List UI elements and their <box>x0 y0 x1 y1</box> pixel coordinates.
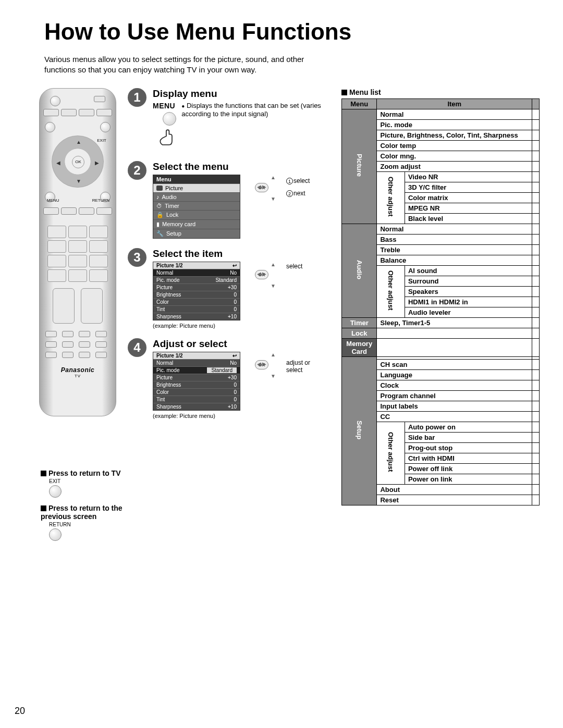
osd-item: Memory card <box>162 221 195 227</box>
wrench-icon: 🔧 <box>156 230 164 237</box>
step-2: 2 Select the menu Menu Picture ♪Audio ⏱T… <box>128 161 331 239</box>
exit-button-icon <box>49 485 62 498</box>
right-arrow-icon: ▶ <box>95 160 99 166</box>
nav-label: select <box>293 177 310 184</box>
menu-list-table: Menu Item Picture Normal Pic. mode Pictu… <box>341 98 540 505</box>
list-item: Pic. mode <box>377 119 532 130</box>
step-number: 3 <box>128 248 146 267</box>
step-desc: Displays the functions that can be set (… <box>181 102 321 118</box>
menu-label: MENU <box>47 198 59 203</box>
osd-key: Picture <box>156 285 173 290</box>
sub-other-adjust: Other adjust <box>387 432 395 472</box>
list-item: Color mng. <box>377 151 532 161</box>
list-item: Video NR <box>405 171 532 182</box>
step-3: 3 Select the item Picture 1/2↩ NormalNo … <box>128 248 331 329</box>
list-item: Black level <box>405 213 532 224</box>
tv-icon <box>156 186 163 191</box>
num-button <box>68 226 87 238</box>
list-item: Surround <box>405 276 532 286</box>
step-4: 4 Adjust or select Picture 1/2↩ NormalNo… <box>128 338 331 419</box>
osd-val: 0 <box>234 292 237 298</box>
menu-button-icon <box>163 112 176 126</box>
lock-icon: 🔒 <box>156 212 164 218</box>
power-button <box>50 96 60 106</box>
remote-button <box>96 207 112 215</box>
return-to-prev: Press to return to the previous screen <box>41 504 123 521</box>
list-item: Bass <box>377 234 532 244</box>
remote-button <box>96 109 112 116</box>
osd-val: Standard <box>215 277 237 283</box>
list-item: CH scan <box>377 359 532 369</box>
osd-key: Normal <box>156 360 173 366</box>
cat-lock: Lock <box>342 328 377 338</box>
intro-text: Various menus allow you to select settin… <box>44 54 315 76</box>
remote-button <box>45 352 57 358</box>
list-item: Power on link <box>405 474 532 484</box>
osd-val: +10 <box>228 314 237 319</box>
num-button <box>89 255 108 267</box>
osd-key: Pic. mode <box>156 367 179 373</box>
navpad-icon: ▲▼ ◀▶ OK <box>255 262 268 288</box>
cat-picture: Picture <box>356 154 363 177</box>
remote-control: EXIT OK ▲ ▼ ◀ ▶ MENU RETURN <box>39 88 116 416</box>
remote-button <box>62 341 74 348</box>
step-title: Display menu <box>153 88 331 100</box>
remote-button <box>79 207 94 215</box>
tv-label: TV <box>75 374 81 378</box>
pointing-hand-icon <box>154 126 178 150</box>
osd-item: Lock <box>166 212 178 218</box>
list-item: AI sound <box>405 265 532 276</box>
osd-header: Menu <box>156 176 172 182</box>
return-icon: ↩ <box>232 353 237 359</box>
remote-button <box>62 352 74 358</box>
osd-val: No <box>230 270 237 276</box>
menulist-heading: Menu list <box>349 88 381 96</box>
return-button-icon <box>49 528 62 541</box>
osd-item: Audio <box>162 194 177 200</box>
num-button <box>68 240 87 253</box>
osd-picture-menu: Picture 1/2↩ NormalNo Pic. modeStandard … <box>153 352 240 411</box>
list-item: Normal <box>377 109 532 119</box>
page-title: How to Use Menu Functions <box>44 19 540 45</box>
nav-label: adjust or select <box>286 359 312 374</box>
sub-other-adjust: Other adjust <box>387 177 395 217</box>
remote-button <box>45 122 55 132</box>
osd-val: +10 <box>228 404 237 410</box>
step-number: 1 <box>128 88 146 107</box>
osd-key: Sharpness <box>156 404 181 410</box>
col-menu: Menu <box>342 98 377 109</box>
channel-rocker <box>81 288 103 324</box>
col-blank <box>532 98 540 109</box>
num-button <box>89 226 108 238</box>
osd-val: 0 <box>234 397 237 402</box>
remote-button <box>43 109 59 116</box>
osd-val: 0 <box>234 382 237 388</box>
left-arrow-icon: ◀ <box>56 160 60 166</box>
remote-button <box>61 109 77 116</box>
list-item: Power off link <box>405 463 532 474</box>
osd-key: Color <box>156 389 169 395</box>
down-arrow-icon: ▼ <box>76 178 81 184</box>
navpad-icon: ▲▼ ◀▶ OK <box>255 352 268 378</box>
list-item: Color temp <box>377 140 532 151</box>
list-item: Sleep, Timer1-5 <box>377 317 532 328</box>
osd-key: Color <box>156 299 169 305</box>
nav-label: next <box>293 190 305 197</box>
num-button <box>47 255 66 267</box>
remote-button <box>79 341 90 348</box>
step-number: 2 <box>128 161 146 180</box>
remote-button <box>95 352 107 358</box>
return-label: RETURN <box>92 198 109 203</box>
return-to-tv: Press to return to TV <box>48 469 120 477</box>
volume-rocker <box>53 288 75 324</box>
list-item: Audio leveler <box>405 307 532 317</box>
list-item: 3D Y/C filter <box>405 182 532 192</box>
remote-button <box>45 341 57 348</box>
return-icon: ↩ <box>232 263 237 268</box>
remote-button <box>61 207 77 215</box>
num-button <box>89 240 108 253</box>
remote-button <box>94 96 105 102</box>
list-item: CC <box>377 411 532 422</box>
square-bullet-icon <box>41 471 46 476</box>
list-item <box>377 338 532 356</box>
